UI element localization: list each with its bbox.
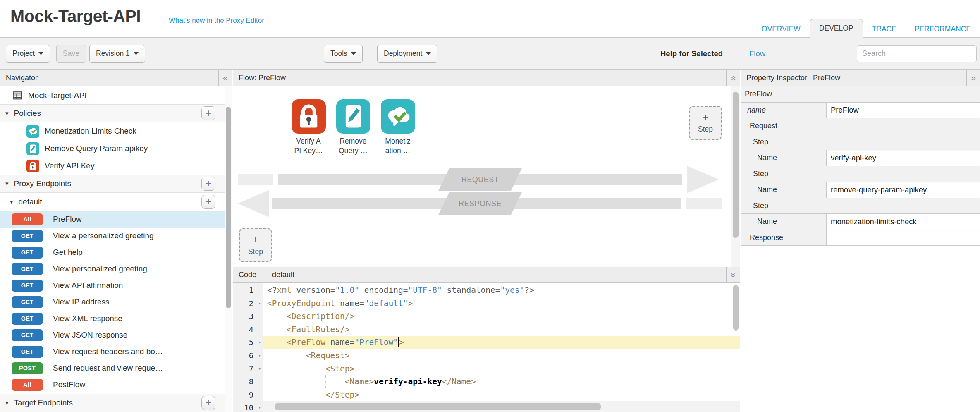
- flow-scrollbar-track[interactable]: [731, 86, 740, 267]
- property-value-input[interactable]: monetization-limits-check: [827, 214, 980, 230]
- add-policy-button[interactable]: +: [201, 106, 215, 120]
- code-line-number: 4: [233, 323, 263, 336]
- code-hscrollbar-thumb[interactable]: [275, 403, 601, 410]
- nav-flow-item[interactable]: GET View API affirmation: [0, 277, 225, 294]
- nav-item-policy[interactable]: Monetization Limits Check: [0, 122, 225, 140]
- deployment-menu-button[interactable]: Deployment: [377, 45, 437, 63]
- expand-inspector-button[interactable]: »: [966, 70, 980, 86]
- collapse-triangle-icon[interactable]: ▾: [10, 198, 13, 206]
- nav-flow-postflow[interactable]: All PostFlow: [0, 376, 225, 393]
- code-line: <PreFlow name="PreFlow">: [263, 336, 740, 349]
- nav-section-proxy-endpoints[interactable]: ▾ Proxy Endpoints +: [0, 175, 225, 193]
- code-hscrollbar-track[interactable]: [263, 401, 740, 412]
- section-label: Step: [741, 170, 768, 178]
- code-vscrollbar-thumb[interactable]: [733, 285, 739, 331]
- flow-label: View a personalized greeting: [53, 231, 154, 240]
- nav-item-policy[interactable]: Remove Query Param apikey: [0, 140, 225, 157]
- collapse-triangle-icon[interactable]: ▾: [5, 110, 9, 117]
- inspector-kv-row: Name remove-query-param-apikey: [741, 182, 980, 198]
- deployment-menu-label: Deployment: [384, 49, 422, 58]
- property-value-input[interactable]: [827, 230, 980, 246]
- save-button-label: Save: [63, 49, 79, 58]
- nav-flow-item[interactable]: GET View personalized greeting: [0, 261, 225, 277]
- nav-item-endpoint-default[interactable]: ▾ default +: [0, 193, 225, 211]
- code-editor[interactable]: 12▾345▾6▾7▾8910▾ <?xml version="1.0" enc…: [233, 283, 740, 412]
- collapse-code-panel-button[interactable]: »: [726, 267, 740, 283]
- navigator-scrollbar-thumb[interactable]: [226, 107, 231, 308]
- collapse-navigator-button[interactable]: «: [218, 70, 232, 86]
- property-value-input[interactable]: PreFlow: [827, 103, 980, 118]
- nav-flow-item[interactable]: GET View a personalized greeting: [0, 228, 225, 244]
- tab-develop[interactable]: DEVELOP: [810, 19, 863, 38]
- nav-section-target-endpoints[interactable]: ▾ Target Endpoints +: [0, 394, 225, 412]
- search-input[interactable]: [857, 45, 977, 62]
- nav-flow-item[interactable]: GET View request headers and bo…: [0, 343, 225, 360]
- navigator-scrollbar-track[interactable]: [225, 86, 232, 412]
- request-chip: REQUEST: [438, 168, 522, 191]
- tab-performance[interactable]: PERFORMANCE: [906, 20, 980, 38]
- pencil-icon[interactable]: [336, 99, 370, 134]
- property-value-input[interactable]: verify-api-key: [827, 150, 980, 166]
- tab-trace[interactable]: TRACE: [863, 20, 906, 38]
- nav-flow-preflow[interactable]: All PreFlow: [0, 211, 225, 228]
- inspector-kv-row: name PreFlow: [741, 103, 980, 119]
- nav-flow-item[interactable]: POST Send request and view reque…: [0, 360, 225, 376]
- nav-flow-item[interactable]: GET View IP address: [0, 294, 225, 310]
- fold-triangle-icon[interactable]: ▾: [258, 297, 261, 310]
- add-proxy-endpoint-button[interactable]: +: [201, 177, 215, 191]
- section-label: PreFlow: [741, 90, 772, 98]
- main-tabs: OVERVIEW DEVELOP TRACE PERFORMANCE: [753, 19, 980, 38]
- lock-icon[interactable]: [292, 99, 326, 134]
- method-badge: POST: [12, 362, 43, 374]
- save-button[interactable]: Save: [56, 45, 86, 63]
- collapse-triangle-icon[interactable]: ▾: [5, 399, 9, 407]
- policy-step-label: Verify A PI Key…: [284, 137, 332, 156]
- code-lines: <?xml version="1.0" encoding="UTF-8" sta…: [263, 283, 740, 412]
- code-endpoint-name: default: [272, 271, 294, 279]
- nav-item-proxy-root[interactable]: Mock-Target-API: [0, 86, 225, 104]
- section-label: Step: [741, 201, 768, 210]
- flow-scrollbar-thumb[interactable]: [733, 92, 739, 238]
- method-badge: GET: [12, 346, 43, 358]
- fold-triangle-icon[interactable]: ▾: [258, 336, 261, 349]
- nav-flow-item[interactable]: GET Get help: [0, 244, 225, 261]
- toolbar: Project Save Revision 1 Tools Deployment…: [0, 38, 980, 70]
- nav-item-policy[interactable]: Verify API Key: [0, 157, 225, 175]
- revision-menu-button[interactable]: Revision 1: [89, 45, 145, 63]
- method-badge: All: [12, 379, 43, 391]
- target-endpoints-section-label: Target Endpoints: [14, 398, 73, 407]
- code-line-number: 2▾: [233, 297, 263, 310]
- code-line-number: 6▾: [233, 349, 263, 362]
- cloud-check-icon[interactable]: [381, 99, 415, 134]
- property-key: Response: [741, 230, 827, 246]
- add-flow-button[interactable]: +: [201, 195, 215, 209]
- project-menu-button[interactable]: Project: [6, 45, 50, 63]
- inspector-section-row: Step: [741, 134, 980, 151]
- help-flow-link[interactable]: Flow: [749, 49, 765, 58]
- chevron-down-icon: [426, 52, 431, 55]
- code-line: <Step>: [263, 362, 740, 376]
- tools-menu-button[interactable]: Tools: [324, 45, 363, 63]
- nav-flow-item[interactable]: GET View XML response: [0, 310, 225, 327]
- tab-overview[interactable]: OVERVIEW: [753, 20, 810, 38]
- nav-section-policies[interactable]: ▾ Policies +: [0, 104, 225, 122]
- property-value-input[interactable]: remove-query-param-apikey: [827, 182, 980, 198]
- policies-section-label: Policies: [14, 109, 41, 118]
- fold-triangle-icon[interactable]: ▾: [258, 401, 261, 412]
- code-line-number: 7▾: [233, 362, 263, 376]
- code-line: </Step>: [263, 388, 740, 402]
- fold-triangle-icon[interactable]: ▾: [258, 349, 261, 362]
- code-line: <Name>verify-api-key</Name>: [263, 375, 740, 388]
- collapse-triangle-icon[interactable]: ▾: [5, 180, 9, 187]
- fold-triangle-icon[interactable]: ▾: [258, 362, 261, 376]
- flow-label: View IP address: [53, 297, 110, 307]
- add-step-button-response[interactable]: + Step: [239, 228, 272, 262]
- proxy-root-label: Mock-Target-API: [28, 91, 86, 100]
- proxy-endpoints-section-label: Proxy Endpoints: [14, 179, 71, 188]
- add-step-button-request[interactable]: + Step: [689, 106, 722, 140]
- whats-new-link[interactable]: What's new in the Proxy Editor: [169, 17, 264, 25]
- add-target-endpoint-button[interactable]: +: [201, 396, 215, 410]
- nav-flow-item[interactable]: GET View JSON response: [0, 327, 225, 343]
- flow-label: View request headers and bo…: [53, 347, 163, 356]
- collapse-flow-panel-button[interactable]: »: [726, 70, 740, 86]
